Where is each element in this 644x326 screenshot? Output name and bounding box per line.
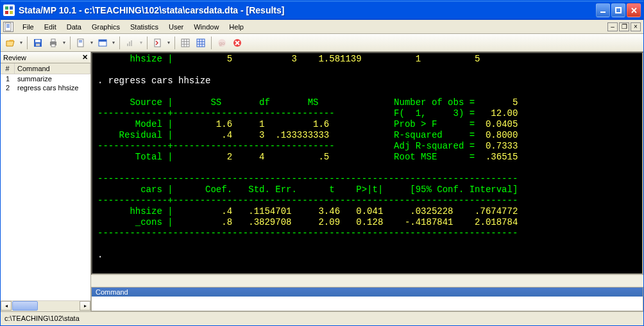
scroll-thumb[interactable]	[12, 301, 38, 311]
results-text: hhsize | 5 3 1.581139 1 5 . regress cars…	[92, 53, 642, 261]
graph-button[interactable]	[123, 36, 137, 50]
menu-file[interactable]: File	[17, 21, 39, 33]
scroll-left-icon[interactable]: ◂	[1, 301, 12, 311]
open-button[interactable]	[3, 36, 17, 50]
minimize-button[interactable]	[596, 3, 610, 17]
menu-user[interactable]: User	[164, 21, 189, 33]
mdi-restore-button[interactable]: ❐	[619, 22, 629, 31]
menu-window[interactable]: Window	[189, 21, 224, 33]
svg-rect-12	[36, 44, 40, 46]
window-title: Stata/MP 10.1 - c:\TEACHING\102\stata\ca…	[19, 5, 596, 15]
list-item[interactable]: 1 summarize	[1, 74, 90, 83]
menu-edit[interactable]: Edit	[39, 21, 62, 33]
review-header[interactable]: # Command	[1, 63, 90, 74]
svg-rect-7	[6, 24, 10, 25]
menu-help[interactable]: Help	[224, 21, 249, 33]
svg-rect-23	[131, 40, 132, 46]
app-window: Stata/MP 10.1 - c:\TEACHING\102\stata\ca…	[0, 0, 644, 326]
svg-text:go: go	[219, 40, 225, 46]
toolbar: ▾ ▾ ▾ ▾ ▾ ▾ go	[1, 34, 643, 52]
viewer-button[interactable]	[96, 36, 110, 50]
svg-rect-0	[5, 6, 8, 10]
svg-rect-2	[5, 11, 8, 14]
graph-drop-icon[interactable]: ▾	[139, 40, 144, 45]
review-scrollbar[interactable]: ◂ ▸	[1, 300, 90, 311]
review-list: 1 summarize 2 regress cars hhsize	[1, 74, 90, 300]
svg-rect-8	[6, 26, 10, 26]
save-button[interactable]	[31, 36, 45, 50]
titlebar[interactable]: Stata/MP 10.1 - c:\TEACHING\102\stata\ca…	[1, 1, 643, 20]
menu-data[interactable]: Data	[62, 21, 87, 33]
statusbar: c:\TEACHING\102\stata	[1, 311, 643, 324]
open-drop-icon[interactable]: ▾	[19, 40, 24, 45]
menu-graphics[interactable]: Graphics	[87, 21, 125, 33]
review-close-icon[interactable]: ✕	[82, 53, 88, 61]
svg-rect-5	[616, 8, 621, 13]
maximize-button[interactable]	[611, 3, 625, 17]
print-drop-icon[interactable]: ▾	[62, 40, 67, 45]
mdi-close-button[interactable]: ×	[631, 22, 641, 31]
svg-rect-20	[99, 40, 106, 42]
results-h-scrollbar[interactable]	[91, 275, 643, 286]
svg-rect-16	[78, 39, 83, 47]
svg-rect-1	[10, 6, 13, 10]
menubar-container: File Edit Data Graphics Statistics User …	[1, 20, 643, 34]
dofile-button[interactable]	[151, 36, 165, 50]
svg-rect-11	[35, 40, 40, 42]
svg-rect-21	[127, 44, 128, 46]
review-title-label: Review	[3, 54, 26, 61]
data-browser-button[interactable]	[194, 36, 208, 50]
log-drop-icon[interactable]: ▾	[89, 40, 94, 45]
svg-rect-4	[600, 12, 606, 13]
status-cwd: c:\TEACHING\102\stata	[4, 314, 80, 322]
svg-rect-25	[182, 39, 189, 47]
svg-rect-22	[129, 42, 130, 46]
log-button[interactable]	[74, 36, 88, 50]
svg-rect-3	[10, 11, 13, 14]
list-item[interactable]: 2 regress cars hhsize	[1, 83, 90, 92]
scroll-right-icon[interactable]: ▸	[80, 301, 90, 311]
review-col-command[interactable]: Command	[15, 63, 90, 74]
right-area: hhsize | 5 3 1.581139 1 5 . regress cars…	[91, 52, 643, 311]
data-editor-button[interactable]	[178, 36, 192, 50]
body-area: Review ✕ # Command 1 summarize 2 regress…	[1, 52, 643, 311]
command-input[interactable]	[92, 297, 643, 308]
svg-rect-18	[79, 42, 82, 42]
menu-statistics[interactable]: Statistics	[125, 21, 164, 33]
command-title: Command	[92, 288, 643, 297]
command-panel: Command	[91, 287, 643, 311]
menubar: File Edit Data Graphics Statistics User …	[17, 21, 607, 33]
print-button[interactable]	[46, 36, 60, 50]
svg-rect-17	[79, 40, 82, 41]
dofile-drop-icon[interactable]: ▾	[166, 40, 171, 45]
svg-rect-15	[51, 44, 55, 47]
svg-rect-14	[51, 39, 55, 42]
break-button[interactable]	[230, 36, 244, 50]
close-button[interactable]: ✕	[627, 3, 641, 17]
mdi-minimize-button[interactable]: –	[607, 22, 618, 31]
continue-button[interactable]: go	[215, 36, 229, 50]
review-col-num[interactable]: #	[1, 63, 15, 74]
results-window[interactable]: hhsize | 5 3 1.581139 1 5 . regress cars…	[91, 52, 643, 275]
mdi-doc-icon[interactable]	[3, 22, 13, 32]
stata-app-icon	[3, 4, 15, 16]
svg-rect-30	[197, 39, 205, 47]
viewer-drop-icon[interactable]: ▾	[111, 40, 116, 45]
svg-rect-9	[6, 27, 10, 28]
review-panel: Review ✕ # Command 1 summarize 2 regress…	[1, 52, 91, 311]
